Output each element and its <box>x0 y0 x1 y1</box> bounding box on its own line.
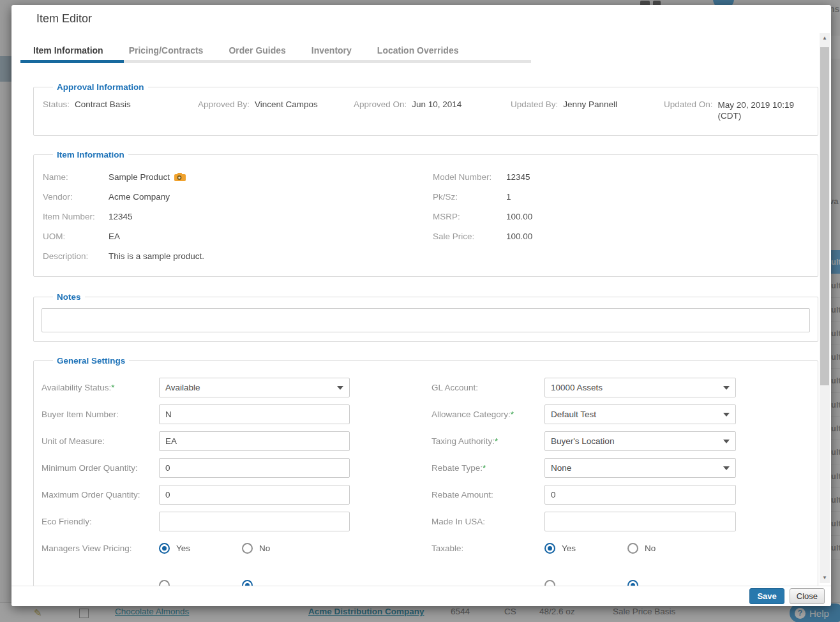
availability-status-select[interactable]: Available <box>159 378 350 397</box>
yes-option-label: Yes <box>562 544 627 553</box>
rebate-type-select[interactable]: None <box>544 458 736 478</box>
name-label: Name: <box>43 167 109 187</box>
gl-account-select[interactable]: 10000 Assets <box>544 378 736 397</box>
msrp-label: MSRP: <box>433 207 506 226</box>
msrp-value: 100.00 <box>506 207 532 226</box>
dialog-footer: Save Close <box>11 586 831 606</box>
vendor-value: Acme Company <box>109 187 170 207</box>
clipped-radio-selected[interactable] <box>627 580 638 586</box>
clipped-radio-selected[interactable] <box>242 580 253 586</box>
taxable-yes-radio[interactable] <box>544 543 555 554</box>
notes-section: Notes <box>33 292 818 342</box>
gl-account-label: GL Account: <box>431 383 544 392</box>
sale-price-value: 100.00 <box>506 226 532 246</box>
save-button[interactable]: Save <box>749 588 784 604</box>
uom-value: EA <box>109 226 120 246</box>
approval-information-legend: Approval Information <box>53 82 148 92</box>
taxing-authority-select[interactable]: Buyer's Location <box>544 431 736 451</box>
item-information-legend: Item Information <box>53 150 128 159</box>
minimum-order-quantity-input[interactable] <box>159 458 350 478</box>
updated-by-value: Jenny Pannell <box>563 100 617 109</box>
dialog-scrollbar[interactable]: ▲ ▼ <box>820 33 830 583</box>
clipped-radio-unselected[interactable] <box>544 580 555 586</box>
status-value: Contract Basis <box>75 100 131 109</box>
notes-legend: Notes <box>53 292 85 302</box>
description-value: This is a sample product. <box>109 246 204 266</box>
eco-friendly-input[interactable] <box>159 512 350 531</box>
dialog-body: Approval Information Status:Contract Bas… <box>33 66 818 586</box>
dialog-title: Item Editor <box>36 12 92 26</box>
rebate-amount-input[interactable] <box>544 485 736 505</box>
eco-friendly-label: Eco Friendly: <box>41 517 159 526</box>
no-option-label: No <box>645 544 710 553</box>
approval-fields-row: Status:Contract Basis Approved By:Vincen… <box>41 92 810 126</box>
item-info-right-column: Model Number:12345 Pk/Sz:1 MSRP:100.00 S… <box>433 167 809 266</box>
updated-on-label: Updated On: <box>664 100 713 109</box>
availability-status-label: Availability Status:* <box>41 383 159 392</box>
sale-price-label: Sale Price: <box>433 226 506 246</box>
updated-on-value: May 20, 2019 10:19 (CDT) <box>718 100 807 121</box>
active-tab-indicator <box>20 60 124 63</box>
item-editor-dialog: Item Editor Item InformationPricing/Cont… <box>11 5 831 606</box>
approved-by-value: Vincent Campos <box>255 100 318 109</box>
minimum-order-quantity-label: Minimum Order Quantity: <box>41 463 159 473</box>
tab-bar: Item InformationPricing/ContractsOrder G… <box>20 41 531 63</box>
pk-sz-label: Pk/Sz: <box>433 187 506 207</box>
vendor-label: Vendor: <box>43 187 109 207</box>
item-information-section: Item Information Name:Sample Product Ven… <box>33 150 818 277</box>
photo-camera-icon[interactable] <box>174 173 186 181</box>
tab-pricing-contracts[interactable]: Pricing/Contracts <box>116 41 216 60</box>
approval-information-section: Approval Information Status:Contract Bas… <box>33 82 818 136</box>
maximum-order-quantity-input[interactable] <box>159 485 350 505</box>
no-option-label: No <box>259 544 325 553</box>
uom-label: UOM: <box>43 226 109 246</box>
approved-on-value: Jun 10, 2014 <box>412 100 461 109</box>
allowance-category-select[interactable]: Default Test <box>544 404 736 424</box>
taxable-no-radio[interactable] <box>627 543 638 554</box>
status-label: Status: <box>43 100 70 109</box>
made-in-usa-input[interactable] <box>544 512 736 531</box>
made-in-usa-label: Made In USA: <box>431 517 544 526</box>
item-info-left-column: Name:Sample Product Vendor:Acme Company … <box>43 167 433 266</box>
buyer-item-number-input[interactable] <box>159 404 350 424</box>
managers-view-pricing-label: Managers View Pricing: <box>41 544 159 553</box>
taxable-label: Taxable: <box>431 544 544 553</box>
general-settings-legend: General Settings <box>53 356 129 366</box>
tab-location-overrides[interactable]: Location Overrides <box>364 41 472 60</box>
allowance-category-label: Allowance Category:* <box>431 410 544 419</box>
updated-by-label: Updated By: <box>511 100 558 109</box>
unit-of-measure-input[interactable] <box>159 431 350 451</box>
model-number-value: 12345 <box>506 167 530 187</box>
buyer-item-number-label: Buyer Item Number: <box>41 410 159 419</box>
model-number-label: Model Number: <box>433 167 506 187</box>
description-label: Description: <box>43 246 109 266</box>
approved-on-label: Approved On: <box>354 100 407 109</box>
unit-of-measure-label: Unit of Measure: <box>41 436 159 446</box>
close-button[interactable]: Close <box>790 588 825 604</box>
maximum-order-quantity-label: Maximum Order Quantity: <box>41 490 159 500</box>
rebate-type-label: Rebate Type:* <box>431 463 544 473</box>
notes-textarea[interactable] <box>41 308 810 332</box>
name-value: Sample Product <box>109 167 186 187</box>
item-number-value: 12345 <box>109 207 133 226</box>
item-number-label: Item Number: <box>43 207 109 226</box>
managers-view-pricing-no-radio[interactable] <box>242 543 253 554</box>
general-settings-section: General Settings Availability Status:*Av… <box>33 356 818 586</box>
tab-inventory[interactable]: Inventory <box>299 41 364 60</box>
yes-option-label: Yes <box>176 544 242 553</box>
tab-order-guides[interactable]: Order Guides <box>216 41 298 60</box>
taxing-authority-label: Taxing Authority:* <box>431 436 544 446</box>
pk-sz-value: 1 <box>506 187 511 207</box>
scroll-up-arrow-icon[interactable]: ▲ <box>820 33 830 43</box>
clipped-radio-unselected[interactable] <box>159 580 170 586</box>
scroll-down-arrow-icon[interactable]: ▼ <box>820 573 830 583</box>
rebate-amount-label: Rebate Amount: <box>431 490 544 500</box>
scrollbar-thumb[interactable] <box>820 47 829 385</box>
general-settings-right-column: GL Account:10000 Assets Allowance Catego… <box>431 377 810 586</box>
approved-by-label: Approved By: <box>198 100 250 109</box>
managers-view-pricing-yes-radio[interactable] <box>159 543 170 554</box>
general-settings-left-column: Availability Status:*Available Buyer Ite… <box>41 377 431 586</box>
tab-item-information[interactable]: Item Information <box>20 41 116 60</box>
